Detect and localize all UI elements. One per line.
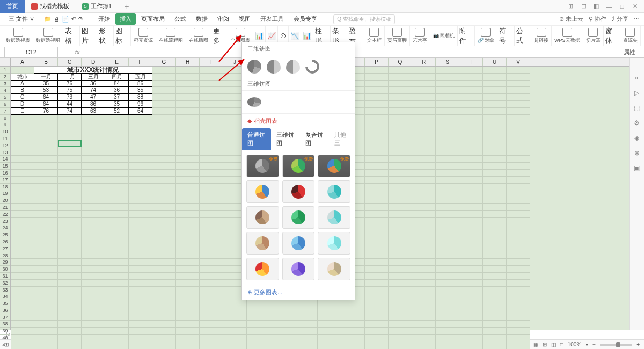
cell[interactable] [82, 224, 105, 231]
ribbon-30[interactable]: 资源夹 [620, 26, 641, 46]
cell[interactable] [152, 177, 176, 184]
cell[interactable] [459, 121, 483, 128]
cell[interactable] [129, 115, 152, 122]
cell[interactable] [105, 197, 129, 204]
cell[interactable] [483, 218, 507, 225]
cell[interactable] [389, 204, 412, 211]
cell[interactable] [176, 156, 200, 163]
cell[interactable] [176, 280, 200, 287]
col-header-G[interactable]: G [152, 58, 176, 66]
cell[interactable] [365, 224, 389, 231]
cell[interactable]: 三月 [82, 74, 105, 81]
cell[interactable] [152, 211, 176, 218]
cell[interactable] [105, 218, 129, 225]
tab-workbook[interactable]: S工作簿1 [76, 0, 118, 13]
cell[interactable] [412, 81, 436, 88]
cell[interactable] [82, 163, 105, 170]
cell[interactable] [389, 273, 412, 280]
cloud-status[interactable]: ⊘ 未上云 [559, 15, 583, 23]
cell[interactable] [294, 307, 318, 314]
cell[interactable] [152, 321, 176, 328]
maximize-button[interactable]: □ [616, 1, 628, 12]
cell[interactable] [483, 341, 507, 348]
cell[interactable] [82, 273, 105, 280]
cell[interactable] [389, 170, 412, 177]
cell[interactable] [459, 335, 483, 341]
cell[interactable] [389, 67, 412, 74]
cell[interactable] [483, 170, 507, 177]
cell[interactable] [365, 190, 389, 197]
cell[interactable] [34, 184, 58, 191]
properties-pane-toggle[interactable]: 属性 — ✕ [623, 46, 644, 58]
cell[interactable]: 四月 [105, 74, 129, 81]
cell[interactable] [365, 252, 389, 259]
cell[interactable] [105, 307, 129, 314]
row-header-4[interactable]: 4 [0, 87, 10, 94]
cell[interactable] [436, 335, 459, 341]
row-header-34[interactable]: 34 [0, 293, 10, 300]
cell[interactable] [200, 67, 223, 74]
cell[interactable] [294, 335, 318, 341]
cell[interactable] [412, 204, 436, 211]
cell[interactable] [365, 115, 389, 122]
cell[interactable] [152, 341, 176, 348]
cell[interactable] [412, 293, 436, 300]
cell[interactable] [34, 218, 58, 225]
cell[interactable] [11, 287, 34, 294]
cell[interactable] [436, 135, 459, 142]
cell[interactable] [436, 149, 459, 156]
cell[interactable] [341, 300, 365, 307]
cell[interactable] [176, 204, 200, 211]
cell[interactable] [436, 238, 459, 245]
pie-2d-doughnut[interactable] [305, 60, 319, 74]
cell[interactable] [483, 321, 507, 328]
cell[interactable] [34, 149, 58, 156]
cell[interactable] [412, 218, 436, 225]
cell[interactable] [389, 115, 412, 122]
cell[interactable] [365, 307, 389, 314]
cell[interactable] [483, 108, 507, 115]
side-select-icon[interactable]: ⬚ [634, 104, 640, 112]
cell[interactable] [152, 231, 176, 238]
cell[interactable] [82, 204, 105, 211]
cell[interactable] [365, 266, 389, 273]
cell[interactable] [82, 335, 105, 341]
cell[interactable] [176, 224, 200, 231]
cell[interactable] [129, 135, 152, 142]
cell[interactable] [58, 238, 82, 245]
cell[interactable] [34, 177, 58, 184]
cell[interactable]: 36 [105, 87, 129, 94]
cell[interactable] [82, 190, 105, 197]
cell[interactable] [412, 67, 436, 74]
cell[interactable] [436, 163, 459, 170]
cell[interactable] [507, 163, 530, 170]
cell[interactable] [200, 300, 223, 307]
cell[interactable] [341, 335, 365, 341]
menu-tab-7[interactable]: 开发工具 [256, 13, 288, 25]
cell[interactable] [483, 121, 507, 128]
cell[interactable] [129, 218, 152, 225]
cell[interactable] [82, 115, 105, 122]
cell[interactable] [459, 94, 483, 101]
cell[interactable] [152, 142, 176, 149]
cell[interactable] [152, 259, 176, 266]
cell[interactable] [459, 177, 483, 184]
cell[interactable] [507, 218, 530, 225]
cell[interactable] [105, 190, 129, 197]
menu-tab-0[interactable]: 开始 [94, 13, 114, 25]
cell[interactable] [294, 341, 318, 348]
cell[interactable] [105, 328, 129, 335]
cell[interactable] [129, 335, 152, 341]
cell[interactable] [34, 314, 58, 321]
cell[interactable] [389, 149, 412, 156]
cell[interactable] [11, 321, 34, 328]
cell[interactable] [11, 245, 34, 252]
cell[interactable] [152, 149, 176, 156]
cell[interactable] [270, 335, 294, 341]
cell[interactable] [507, 81, 530, 88]
cell[interactable] [82, 149, 105, 156]
cell[interactable] [412, 273, 436, 280]
cell[interactable] [11, 115, 34, 122]
cell[interactable] [507, 238, 530, 245]
cell[interactable] [152, 190, 176, 197]
